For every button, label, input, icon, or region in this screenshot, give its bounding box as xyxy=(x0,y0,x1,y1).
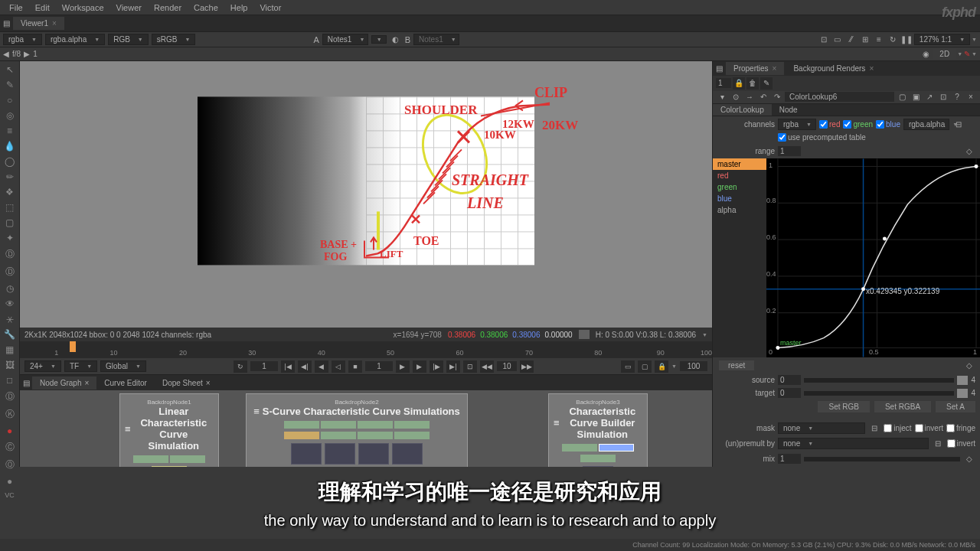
tool-drop-icon[interactable]: 💧 xyxy=(3,141,17,152)
alpha-dropdown[interactable]: rgba.alpha▼ xyxy=(903,119,949,130)
tool-o-icon[interactable]: Ⓞ xyxy=(3,458,17,471)
play-icon[interactable]: ▶ xyxy=(396,360,410,373)
menu-file[interactable]: File xyxy=(3,1,29,15)
colorspace-dropdown[interactable]: sRGB▼ xyxy=(152,34,196,45)
current-frame-input[interactable] xyxy=(365,361,393,371)
subtab-colorlookup[interactable]: ColorLookup xyxy=(713,104,772,116)
wipe-icon[interactable]: ◐ xyxy=(390,34,402,46)
playhead[interactable] xyxy=(70,341,76,352)
swatch[interactable] xyxy=(957,389,968,398)
input-b-dropdown[interactable]: Notes1▼ xyxy=(413,34,459,45)
menu-victor[interactable]: Victor xyxy=(253,1,287,15)
mask-link-icon[interactable]: ⊟ xyxy=(868,422,880,435)
tf-dropdown[interactable]: TF▼ xyxy=(64,360,97,372)
edit-icon[interactable]: ✎ xyxy=(760,77,773,90)
overscan-icon[interactable]: ⊞ xyxy=(859,34,871,46)
help-icon[interactable]: ? xyxy=(951,91,963,103)
reset-button[interactable]: reset xyxy=(719,360,754,370)
input-a-dropdown[interactable]: Notes1▼ xyxy=(322,34,368,45)
menu-edit[interactable]: Edit xyxy=(29,1,56,15)
menu-workspace[interactable]: Workspace xyxy=(56,1,110,15)
channel-dropdown[interactable]: rgba.alpha▼ xyxy=(45,34,105,45)
tool-wand-icon[interactable]: ⚹ xyxy=(3,314,17,324)
lines-icon[interactable]: ≡ xyxy=(873,34,885,46)
tool-brush-icon[interactable]: ✎ xyxy=(3,80,17,90)
collapse-icon[interactable]: ▾ xyxy=(716,91,728,103)
tool-time-icon[interactable]: ◷ xyxy=(3,283,17,294)
subtab-node[interactable]: Node xyxy=(772,104,805,116)
btn1-icon[interactable]: ▢ xyxy=(896,91,908,103)
clip-icon[interactable]: ⊡ xyxy=(818,34,830,46)
link-icon[interactable]: ⊟ xyxy=(952,118,965,130)
backdrop-builder[interactable]: BackdropNode3 ≡Characteristic Curve Buil… xyxy=(548,393,648,467)
close-icon[interactable]: × xyxy=(52,19,57,28)
tool-c-icon[interactable]: Ⓒ xyxy=(3,441,17,454)
curve-ch-blue[interactable]: blue xyxy=(713,193,766,204)
play-back-icon[interactable]: ◁ xyxy=(332,360,345,373)
next-key-icon[interactable]: |▶ xyxy=(430,360,443,373)
tool-layers-icon[interactable]: ❖ xyxy=(3,187,17,197)
tool-star-icon[interactable]: ✦ xyxy=(3,233,17,243)
range-input[interactable] xyxy=(778,146,801,156)
tool-lines-icon[interactable]: ≡ xyxy=(3,126,17,136)
step-fwd-icon[interactable]: ▶ xyxy=(413,360,426,373)
channels-dropdown[interactable]: rgba▼ xyxy=(778,119,816,130)
anim-icon[interactable]: ◇ xyxy=(963,360,975,372)
sync-dropdown[interactable]: Global▼ xyxy=(100,360,146,372)
red-checkbox[interactable]: red xyxy=(819,120,840,129)
mix-slider[interactable] xyxy=(804,457,960,461)
curve-ch-alpha[interactable]: alpha xyxy=(713,204,766,216)
prop-count-input[interactable] xyxy=(716,78,731,88)
unpremult-dropdown[interactable]: none▼ xyxy=(778,438,929,449)
invert2-checkbox[interactable]: invert xyxy=(947,439,975,448)
loop-icon[interactable]: ↻ xyxy=(234,360,247,373)
timeline[interactable]: 1 10 20 30 40 50 60 70 80 90 100 xyxy=(20,341,712,358)
next-arrow-icon[interactable]: ▶ xyxy=(24,50,30,58)
menu-help[interactable]: Help xyxy=(224,1,254,15)
record-icon[interactable]: ✎ xyxy=(964,50,970,58)
center-icon[interactable]: ⊙ xyxy=(730,91,742,103)
tool-image-icon[interactable]: 🖼 xyxy=(3,360,17,370)
in-frame-input[interactable] xyxy=(250,361,278,371)
curve-graph[interactable]: x0.429345 y0.322139 master 1 0.8 0.6 0.4… xyxy=(766,158,980,357)
close-icon[interactable]: × xyxy=(965,91,977,103)
fringe-checkbox[interactable]: fringe xyxy=(946,424,975,432)
target-slider[interactable] xyxy=(804,391,954,396)
view-2d-button[interactable]: 2D xyxy=(933,49,956,59)
out-icon1[interactable]: ▭ xyxy=(621,360,635,373)
jump-input[interactable] xyxy=(497,361,517,371)
mix-input[interactable] xyxy=(778,454,801,464)
zoom-dropdown[interactable]: 127% 1:1▼ xyxy=(914,34,970,45)
undo-icon[interactable]: ↶ xyxy=(757,91,769,103)
tool-eye-icon[interactable]: 👁 xyxy=(3,298,17,309)
lock-icon[interactable]: 🔒 xyxy=(733,77,745,90)
tab-properties[interactable]: Properties× xyxy=(726,62,784,75)
node-graph-canvas[interactable]: BackdropNode1 ≡Linear Characteristic Cur… xyxy=(20,390,712,467)
viewer-canvas[interactable]: CLIP SHOULDER 12KW 20KW 10KW STRAIGHT LI… xyxy=(20,61,712,328)
tool-pen-icon[interactable]: ✏ xyxy=(3,171,17,182)
node-name-field[interactable]: ColorLookup6 xyxy=(785,92,894,102)
roi-icon[interactable]: ▭ xyxy=(831,34,844,46)
tool-target-icon[interactable]: ◎ xyxy=(3,110,17,121)
tool-vc-icon[interactable]: VC xyxy=(3,491,17,499)
next-icon[interactable]: → xyxy=(743,91,756,103)
stop-icon[interactable]: ■ xyxy=(348,360,362,373)
pause-icon[interactable]: ❚❚ xyxy=(900,34,913,46)
tab-dope-sheet[interactable]: Dope Sheet× xyxy=(155,377,218,390)
curve-ch-red[interactable]: red xyxy=(713,170,766,181)
btn2-icon[interactable]: ▣ xyxy=(910,91,922,103)
tool-box-icon[interactable]: ▢ xyxy=(3,217,17,228)
swatch[interactable] xyxy=(957,376,968,385)
jump-back-icon[interactable]: ◀◀ xyxy=(480,360,494,373)
tool-wrench-icon[interactable]: 🔧 xyxy=(3,329,17,340)
curve-ch-master[interactable]: master xyxy=(713,158,766,170)
redo-icon[interactable]: ↷ xyxy=(771,91,783,103)
panel-menu-icon[interactable]: ▤ xyxy=(0,18,12,30)
prev-key-icon[interactable]: ◀| xyxy=(298,360,312,373)
input-a-extra[interactable]: ▼ xyxy=(371,35,387,44)
green-checkbox[interactable]: green xyxy=(843,120,873,129)
menu-viewer[interactable]: Viewer xyxy=(110,1,148,15)
exposure-ruler[interactable] xyxy=(41,47,917,60)
tool-circle-icon[interactable]: ○ xyxy=(3,95,17,106)
menu-render[interactable]: Render xyxy=(148,1,188,15)
